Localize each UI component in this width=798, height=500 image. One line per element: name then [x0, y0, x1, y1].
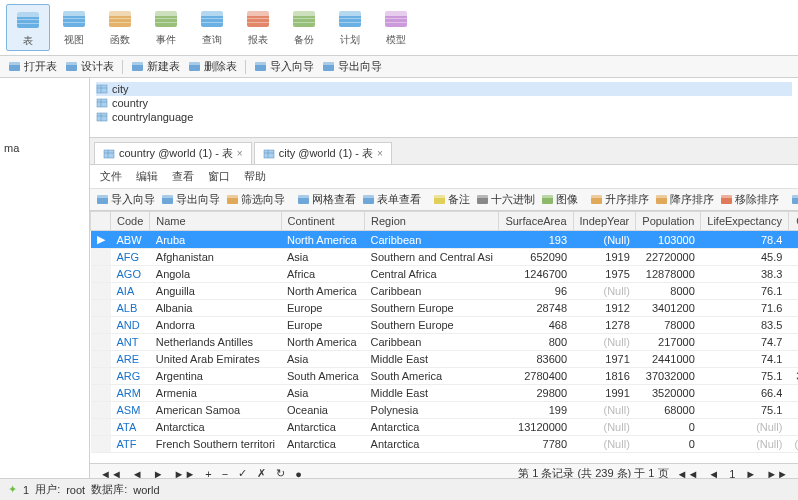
col-marker[interactable]: [91, 212, 111, 231]
cell-gnp[interactable]: 8: [788, 231, 798, 249]
cell-pop[interactable]: 68000: [636, 402, 701, 419]
cell-gnp[interactable]: 66: [788, 266, 798, 283]
cell-life[interactable]: 71.6: [701, 300, 789, 317]
menu-帮助[interactable]: 帮助: [244, 169, 266, 184]
row-marker[interactable]: [91, 385, 111, 402]
top-备份[interactable]: 备份: [282, 4, 326, 51]
cell-pop[interactable]: 12878000: [636, 266, 701, 283]
cell-region[interactable]: Southern and Central Asi: [365, 249, 499, 266]
cell-pop[interactable]: 78000: [636, 317, 701, 334]
cell-code[interactable]: AIA: [111, 283, 150, 300]
cell-indep[interactable]: (Null): [573, 436, 636, 453]
tbl-action-5[interactable]: 备注: [433, 192, 470, 207]
cell-continent[interactable]: Antarctica: [281, 436, 365, 453]
table-row[interactable]: ▶ABWArubaNorth AmericaCaribbean193(Null)…: [91, 231, 799, 249]
cell-code[interactable]: ARE: [111, 351, 150, 368]
cell-name[interactable]: Netherlands Antilles: [150, 334, 281, 351]
menu-窗口[interactable]: 窗口: [208, 169, 230, 184]
col-LifeExpectancy[interactable]: LifeExpectancy: [701, 212, 789, 231]
cell-code[interactable]: ABW: [111, 231, 150, 249]
tbl-action-9[interactable]: 降序排序: [655, 192, 714, 207]
cell-indep[interactable]: (Null): [573, 402, 636, 419]
table-item-country[interactable]: country: [96, 96, 792, 110]
menu-编辑[interactable]: 编辑: [136, 169, 158, 184]
cell-indep[interactable]: 1991: [573, 385, 636, 402]
tbl-action-3[interactable]: 网格查看: [297, 192, 356, 207]
tbl-action-0[interactable]: 导入向导: [96, 192, 155, 207]
cell-indep[interactable]: (Null): [573, 334, 636, 351]
cell-region[interactable]: South America: [365, 368, 499, 385]
cell-name[interactable]: Anguilla: [150, 283, 281, 300]
col-Name[interactable]: Name: [150, 212, 281, 231]
table-row[interactable]: AIAAnguillaNorth AmericaCaribbean96(Null…: [91, 283, 799, 300]
table-item-countrylanguage[interactable]: countrylanguage: [96, 110, 792, 124]
top-表[interactable]: 表: [6, 4, 50, 51]
table-row[interactable]: ALBAlbaniaEuropeSouthern Europe287481912…: [91, 300, 799, 317]
tbl-action-6[interactable]: 十六进制: [476, 192, 535, 207]
cell-region[interactable]: Antarctica: [365, 436, 499, 453]
cell-surface[interactable]: 193: [499, 231, 573, 249]
cell-name[interactable]: Angola: [150, 266, 281, 283]
cell-pop[interactable]: 37032000: [636, 368, 701, 385]
cell-pop[interactable]: 2441000: [636, 351, 701, 368]
table-row[interactable]: ATFFrench Southern territoriAntarcticaAn…: [91, 436, 799, 453]
row-marker[interactable]: [91, 368, 111, 385]
cell-continent[interactable]: South America: [281, 368, 365, 385]
cell-pop[interactable]: 0: [636, 419, 701, 436]
cell-pop[interactable]: 8000: [636, 283, 701, 300]
cell-indep[interactable]: 1971: [573, 351, 636, 368]
row-marker[interactable]: [91, 351, 111, 368]
row-marker[interactable]: [91, 283, 111, 300]
menu-文件[interactable]: 文件: [100, 169, 122, 184]
top-视图[interactable]: 视图: [52, 4, 96, 51]
cell-indep[interactable]: 1975: [573, 266, 636, 283]
cell-name[interactable]: French Southern territori: [150, 436, 281, 453]
cell-life[interactable]: 75.1: [701, 402, 789, 419]
cell-region[interactable]: Caribbean: [365, 334, 499, 351]
col-Population[interactable]: Population: [636, 212, 701, 231]
top-计划[interactable]: 计划: [328, 4, 372, 51]
cell-continent[interactable]: Oceania: [281, 402, 365, 419]
cell-region[interactable]: Southern Europe: [365, 300, 499, 317]
tbl-action-8[interactable]: 升序排序: [590, 192, 649, 207]
cell-surface[interactable]: 29800: [499, 385, 573, 402]
cell-region[interactable]: Caribbean: [365, 231, 499, 249]
cell-continent[interactable]: Europe: [281, 300, 365, 317]
tbl-action-4[interactable]: 表单查看: [362, 192, 421, 207]
cell-pop[interactable]: 103000: [636, 231, 701, 249]
close-icon[interactable]: ×: [377, 148, 383, 159]
cell-pop[interactable]: 3520000: [636, 385, 701, 402]
row-marker[interactable]: ▶: [91, 231, 111, 249]
top-报表[interactable]: 报表: [236, 4, 280, 51]
cell-gnp[interactable]: 3402: [788, 368, 798, 385]
menu-查看[interactable]: 查看: [172, 169, 194, 184]
row-marker[interactable]: [91, 334, 111, 351]
cell-name[interactable]: American Samoa: [150, 402, 281, 419]
cell-indep[interactable]: 1278: [573, 317, 636, 334]
cell-surface[interactable]: 2780400: [499, 368, 573, 385]
cell-continent[interactable]: North America: [281, 283, 365, 300]
row-marker[interactable]: [91, 266, 111, 283]
cell-surface[interactable]: 652090: [499, 249, 573, 266]
tbl-action-1[interactable]: 导出向导: [161, 192, 220, 207]
cell-gnp[interactable]: 18: [788, 385, 798, 402]
cell-code[interactable]: ANT: [111, 334, 150, 351]
cell-name[interactable]: Albania: [150, 300, 281, 317]
cell-name[interactable]: Armenia: [150, 385, 281, 402]
cell-indep[interactable]: (Null): [573, 283, 636, 300]
cell-surface[interactable]: 96: [499, 283, 573, 300]
top-模型[interactable]: 模型: [374, 4, 418, 51]
tab-0[interactable]: country @world (1) - 表×: [94, 142, 252, 164]
cell-gnp[interactable]: (Null): [788, 436, 798, 453]
obj-action-2[interactable]: 新建表: [131, 59, 180, 74]
table-row[interactable]: AREUnited Arab EmiratesAsiaMiddle East83…: [91, 351, 799, 368]
table-row[interactable]: ANTNetherlands AntillesNorth AmericaCari…: [91, 334, 799, 351]
cell-surface[interactable]: 800: [499, 334, 573, 351]
cell-continent[interactable]: Asia: [281, 351, 365, 368]
cell-gnp[interactable]: 3: [788, 402, 798, 419]
cell-pop[interactable]: 217000: [636, 334, 701, 351]
obj-action-1[interactable]: 设计表: [65, 59, 114, 74]
cell-code[interactable]: ATA: [111, 419, 150, 436]
cell-life[interactable]: 74.1: [701, 351, 789, 368]
cell-name[interactable]: Andorra: [150, 317, 281, 334]
